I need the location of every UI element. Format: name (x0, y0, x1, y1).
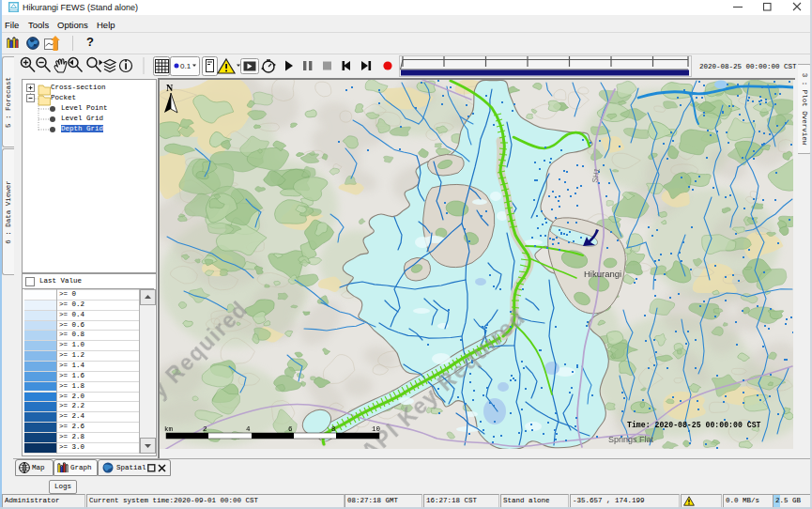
svg-text:Hikurangi: Hikurangi (584, 269, 621, 279)
svg-text:N: N (166, 83, 174, 93)
svg-text:8: 8 (331, 425, 336, 433)
svg-text:km: km (164, 425, 174, 433)
svg-text:2: 2 (203, 425, 207, 433)
svg-text:0.1: 0.1 (180, 62, 192, 70)
svg-text:10: 10 (372, 425, 381, 433)
svg-text:6: 6 (288, 425, 293, 433)
svg-text:Springs Flat: Springs Flat (608, 435, 654, 444)
svg-text:Time: 2020-08-25 00:00:00 CST: Time: 2020-08-25 00:00:00 CST (627, 421, 761, 429)
svg-text:4: 4 (246, 425, 251, 433)
